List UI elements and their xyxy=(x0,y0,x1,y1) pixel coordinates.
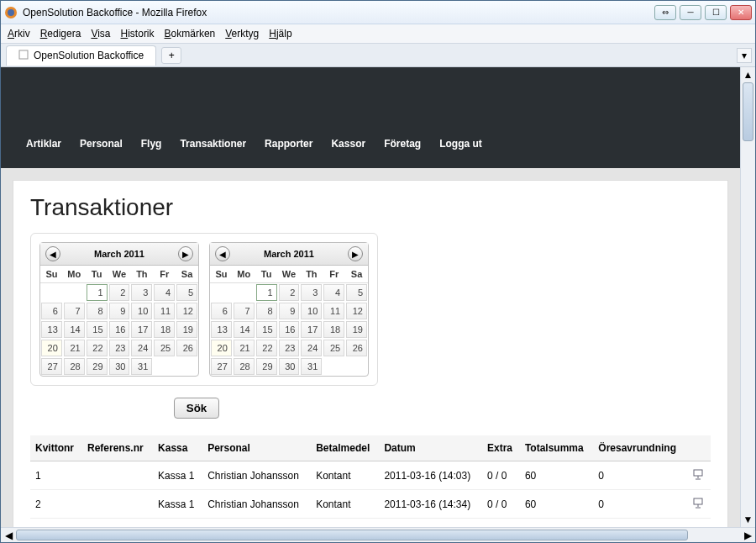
cal-day[interactable]: 16 xyxy=(279,321,300,338)
cal-day[interactable]: 24 xyxy=(301,340,322,356)
nav-personal[interactable]: Personal xyxy=(80,138,123,150)
menu-arkiv[interactable]: Arkiv xyxy=(8,28,30,40)
cal-day[interactable]: 7 xyxy=(64,303,85,319)
menu-visa[interactable]: Visa xyxy=(91,28,110,40)
nav-artiklar[interactable]: Artiklar xyxy=(26,138,61,150)
nav-företag[interactable]: Företag xyxy=(384,138,421,150)
cal-day[interactable]: 31 xyxy=(131,358,152,375)
cal-day[interactable]: 4 xyxy=(154,284,175,301)
minimize-button[interactable]: ─ xyxy=(680,5,701,20)
menu-hjälp[interactable]: Hjälp xyxy=(269,28,291,40)
vertical-scrollbar[interactable]: ▲ ▼ xyxy=(740,67,755,527)
cal-day[interactable]: 11 xyxy=(154,303,175,319)
horizontal-scrollbar[interactable]: ◀ ▶ xyxy=(1,527,755,542)
nav-rapporter[interactable]: Rapporter xyxy=(265,138,312,150)
cal-day[interactable]: 18 xyxy=(323,321,344,338)
menu-verktyg[interactable]: Verktyg xyxy=(225,28,259,40)
cal-day[interactable]: 17 xyxy=(131,321,152,338)
row-action[interactable] xyxy=(687,490,711,519)
cal-day[interactable]: 5 xyxy=(346,284,367,301)
cal-day[interactable]: 6 xyxy=(41,303,62,319)
nav-transaktioner[interactable]: Transaktioner xyxy=(180,138,246,150)
cal-day[interactable]: 25 xyxy=(154,340,175,356)
scroll-down-icon[interactable]: ▼ xyxy=(741,512,755,527)
cal-day[interactable]: 9 xyxy=(109,303,130,319)
cal-day[interactable]: 29 xyxy=(256,358,277,375)
cal-day[interactable]: 23 xyxy=(109,340,130,356)
cal-day[interactable]: 19 xyxy=(346,321,367,338)
cal-day[interactable]: 25 xyxy=(323,340,344,356)
cal-day[interactable]: 20 xyxy=(211,340,232,356)
cal-day[interactable]: 2 xyxy=(279,284,300,301)
nav-kassor[interactable]: Kassor xyxy=(331,138,365,150)
cal-day[interactable]: 27 xyxy=(41,358,62,375)
cal-day[interactable]: 16 xyxy=(109,321,130,338)
cal-day[interactable]: 26 xyxy=(176,340,197,356)
browser-tab[interactable]: OpenSolution Backoffice xyxy=(6,45,156,66)
cal-day[interactable]: 22 xyxy=(256,340,277,356)
cal-day[interactable]: 8 xyxy=(256,303,277,319)
close-button[interactable]: ✕ xyxy=(730,5,752,20)
cell-ores: 0 xyxy=(593,461,687,490)
cal-day[interactable]: 17 xyxy=(301,321,322,338)
scroll-thumb-h[interactable] xyxy=(16,530,688,540)
cal-day[interactable]: 3 xyxy=(301,284,322,301)
cal-day[interactable]: 11 xyxy=(323,303,344,319)
cal-day[interactable]: 5 xyxy=(176,284,197,301)
cal-day[interactable]: 4 xyxy=(323,284,344,301)
cal-next-icon[interactable]: ▶ xyxy=(178,246,193,261)
menu-redigera[interactable]: Redigera xyxy=(40,28,81,40)
cal-day[interactable]: 31 xyxy=(301,358,322,375)
cal-day[interactable]: 26 xyxy=(346,340,367,356)
cal-day[interactable]: 13 xyxy=(211,321,232,338)
cal-next-icon[interactable]: ▶ xyxy=(348,246,363,261)
nav-logga-ut[interactable]: Logga ut xyxy=(439,138,482,150)
cal-day[interactable]: 18 xyxy=(154,321,175,338)
cal-day[interactable]: 7 xyxy=(234,303,255,319)
tabs-dropdown-button[interactable]: ▾ xyxy=(737,48,752,63)
cal-day[interactable]: 15 xyxy=(87,321,108,338)
new-tab-button[interactable]: + xyxy=(161,47,181,64)
cal-day[interactable]: 3 xyxy=(131,284,152,301)
menu-historik[interactable]: Historik xyxy=(121,28,155,40)
scroll-right-icon[interactable]: ▶ xyxy=(740,528,755,542)
cal-day[interactable]: 14 xyxy=(234,321,255,338)
cal-prev-icon[interactable]: ◀ xyxy=(45,246,60,261)
cal-day[interactable]: 20 xyxy=(41,340,62,356)
menu-bokmärken[interactable]: Bokmärken xyxy=(165,28,216,40)
cal-day[interactable]: 24 xyxy=(131,340,152,356)
scroll-up-icon[interactable]: ▲ xyxy=(741,67,755,82)
cal-day[interactable]: 1 xyxy=(87,284,108,301)
cal-day[interactable]: 28 xyxy=(234,358,255,375)
cal-day[interactable]: 9 xyxy=(279,303,300,319)
cal-day[interactable]: 21 xyxy=(64,340,85,356)
maximize-button[interactable]: ☐ xyxy=(705,5,727,20)
cal-prev-icon[interactable]: ◀ xyxy=(215,246,230,261)
window-extra-button[interactable]: ⇔ xyxy=(654,5,676,20)
cal-day[interactable]: 28 xyxy=(64,358,85,375)
nav-flyg[interactable]: Flyg xyxy=(141,138,162,150)
cal-day[interactable]: 13 xyxy=(41,321,62,338)
cal-day[interactable]: 30 xyxy=(109,358,130,375)
cal-day[interactable]: 23 xyxy=(279,340,300,356)
cal-day[interactable]: 10 xyxy=(301,303,322,319)
cal-day[interactable]: 10 xyxy=(131,303,152,319)
cal-day[interactable]: 22 xyxy=(87,340,108,356)
cal-day[interactable]: 8 xyxy=(87,303,108,319)
cal-day[interactable]: 30 xyxy=(279,358,300,375)
row-action[interactable] xyxy=(687,461,711,490)
cal-day[interactable]: 14 xyxy=(64,321,85,338)
cal-day[interactable]: 27 xyxy=(211,358,232,375)
cal-day[interactable]: 19 xyxy=(176,321,197,338)
cal-day[interactable]: 2 xyxy=(109,284,130,301)
cal-day[interactable]: 12 xyxy=(346,303,367,319)
cal-day[interactable]: 29 xyxy=(87,358,108,375)
cal-day[interactable]: 21 xyxy=(234,340,255,356)
scroll-left-icon[interactable]: ◀ xyxy=(1,528,16,542)
cal-day[interactable]: 6 xyxy=(211,303,232,319)
scroll-thumb[interactable] xyxy=(743,82,753,141)
cal-day[interactable]: 12 xyxy=(176,303,197,319)
cal-day[interactable]: 15 xyxy=(256,321,277,338)
cal-day[interactable]: 1 xyxy=(256,284,277,301)
search-button[interactable]: Sök xyxy=(174,398,219,419)
